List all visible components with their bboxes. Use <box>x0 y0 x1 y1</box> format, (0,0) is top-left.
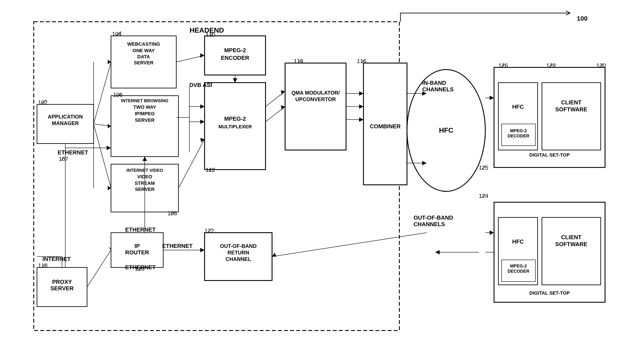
svg-point-39 <box>407 70 485 191</box>
svg-marker-127 <box>490 231 494 235</box>
svg-rect-12 <box>111 96 178 156</box>
svg-marker-97 <box>108 186 111 190</box>
diagram-svg: 100 APPLICATION MANAGER 102 WEBCASTING O… <box>0 0 617 364</box>
svg-line-110 <box>266 91 285 106</box>
svg-text:MANAGER: MANAGER <box>52 120 79 126</box>
svg-text:MULTIPLEXER: MULTIPLEXER <box>218 124 252 129</box>
svg-text:130: 130 <box>596 62 606 69</box>
svg-text:OUT-OF-BAND: OUT-OF-BAND <box>414 214 453 221</box>
svg-text:CHANNELS: CHANNELS <box>414 221 445 227</box>
svg-rect-54 <box>494 67 605 168</box>
svg-rect-58 <box>502 124 535 146</box>
svg-marker-121 <box>422 91 427 96</box>
svg-marker-105 <box>200 120 205 124</box>
svg-rect-32 <box>285 63 346 150</box>
svg-marker-132 <box>435 250 440 254</box>
svg-line-98 <box>176 55 205 62</box>
svg-rect-41 <box>205 233 272 281</box>
svg-marker-107 <box>200 138 205 143</box>
svg-text:ONE WAY: ONE WAY <box>133 48 155 53</box>
svg-text:STREAM: STREAM <box>135 181 155 186</box>
svg-text:ETHERNET: ETHERNET <box>58 149 88 156</box>
svg-text:QMA MODULATOR/: QMA MODULATOR/ <box>291 90 340 96</box>
svg-text:COMBINER: COMBINER <box>370 123 401 130</box>
svg-marker-103 <box>200 104 205 109</box>
svg-text:DVB ASI: DVB ASI <box>189 82 212 88</box>
svg-text:PROXY: PROXY <box>52 279 72 285</box>
svg-marker-113 <box>281 105 285 110</box>
svg-text:MPEG-2: MPEG-2 <box>224 47 246 53</box>
svg-text:SOFTWARE: SOFTWARE <box>555 241 587 247</box>
svg-text:UPCONVERTOR: UPCONVERTOR <box>295 96 336 102</box>
svg-text:ETHERNET: ETHERNET <box>125 264 156 271</box>
svg-text:CHANNEL: CHANNEL <box>226 256 251 262</box>
svg-rect-56 <box>498 83 537 150</box>
svg-text:WEBCASTING: WEBCASTING <box>127 41 160 47</box>
svg-text:128: 128 <box>546 62 556 69</box>
svg-marker-145 <box>143 156 147 161</box>
svg-text:122: 122 <box>205 227 214 234</box>
svg-rect-70 <box>502 260 535 282</box>
svg-rect-18 <box>111 164 178 212</box>
svg-rect-73 <box>542 217 601 285</box>
svg-rect-67 <box>494 202 605 302</box>
svg-text:DIGITAL SET-TOP: DIGITAL SET-TOP <box>529 290 570 296</box>
svg-text:106: 106 <box>113 91 122 98</box>
svg-rect-68 <box>498 217 537 285</box>
svg-text:116: 116 <box>357 58 366 64</box>
svg-marker-111 <box>281 90 285 95</box>
svg-text:ROUTER: ROUTER <box>125 249 149 256</box>
svg-text:110: 110 <box>206 31 215 38</box>
svg-text:HEADEND: HEADEND <box>189 26 224 34</box>
svg-text:126: 126 <box>498 62 508 69</box>
svg-text:IP/MPEG: IP/MPEG <box>135 111 155 116</box>
svg-text:ENCODER: ENCODER <box>221 55 249 61</box>
svg-rect-6 <box>111 36 176 88</box>
svg-text:DECODER: DECODER <box>508 133 530 138</box>
svg-marker-137 <box>58 252 62 257</box>
svg-rect-46 <box>111 233 163 267</box>
svg-text:MPEG-2: MPEG-2 <box>510 128 527 133</box>
svg-text:IP: IP <box>134 243 140 249</box>
svg-rect-62 <box>542 83 601 150</box>
svg-text:124: 124 <box>479 193 488 199</box>
svg-text:108: 108 <box>168 210 177 217</box>
svg-line-128 <box>272 233 427 257</box>
svg-rect-36 <box>363 63 407 185</box>
svg-text:INTERNET BROWSING: INTERNET BROWSING <box>121 98 168 103</box>
svg-text:102: 102 <box>38 99 47 106</box>
svg-rect-0 <box>34 22 399 330</box>
svg-text:TWO WAY: TWO WAY <box>133 104 156 110</box>
svg-line-92 <box>94 124 111 126</box>
svg-text:SERVER: SERVER <box>135 117 155 123</box>
svg-marker-109 <box>233 78 237 83</box>
svg-text:107: 107 <box>59 156 68 162</box>
svg-rect-2 <box>37 104 94 143</box>
svg-marker-140 <box>107 146 111 150</box>
svg-rect-24 <box>205 36 266 75</box>
svg-text:INTERNET VIDEO: INTERNET VIDEO <box>126 168 163 173</box>
svg-text:SERVER: SERVER <box>134 60 153 65</box>
svg-text:CLIENT: CLIENT <box>561 99 581 106</box>
svg-text:DIGITAL SET-TOP: DIGITAL SET-TOP <box>529 152 570 158</box>
svg-line-91 <box>94 62 111 124</box>
svg-marker-123 <box>422 161 427 165</box>
svg-marker-142 <box>108 247 111 250</box>
svg-line-112 <box>266 106 285 122</box>
svg-marker-96 <box>108 124 111 128</box>
svg-text:100: 100 <box>577 15 588 22</box>
svg-text:CHANNELS: CHANNELS <box>422 86 454 93</box>
svg-text:118: 118 <box>38 262 47 269</box>
svg-marker-119 <box>359 117 363 122</box>
svg-text:DATA: DATA <box>137 54 150 59</box>
svg-text:114: 114 <box>294 58 303 64</box>
svg-text:HFC: HFC <box>512 238 524 245</box>
svg-text:MPEG-2: MPEG-2 <box>510 263 527 268</box>
svg-text:SOFTWARE: SOFTWARE <box>555 106 587 113</box>
svg-text:112: 112 <box>206 167 215 173</box>
svg-text:CLIENT: CLIENT <box>561 234 581 240</box>
svg-line-106 <box>178 139 205 188</box>
diagram: 100 APPLICATION MANAGER 102 WEBCASTING O… <box>0 0 617 364</box>
svg-line-93 <box>94 124 111 188</box>
svg-text:MPEG-2: MPEG-2 <box>224 116 246 122</box>
